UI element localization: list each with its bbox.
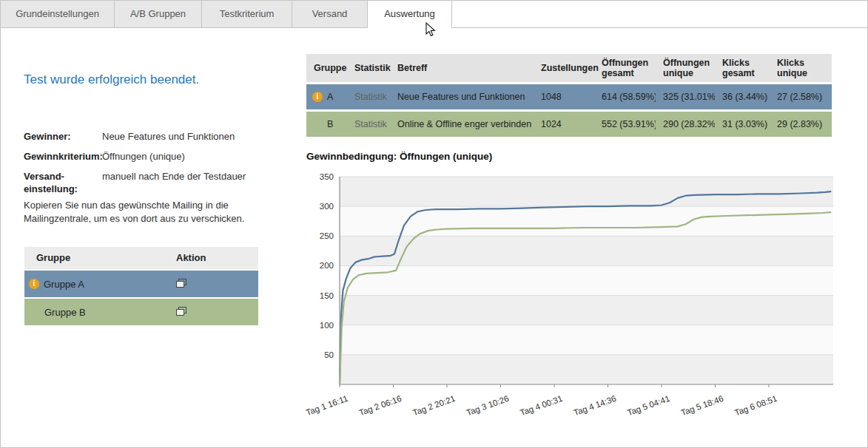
tab-auswertung[interactable]: Auswertung xyxy=(368,1,452,28)
svg-text:Tag 1 16:11: Tag 1 16:11 xyxy=(305,394,349,418)
tab-versand[interactable]: Versand xyxy=(292,1,368,27)
status-heading: Test wurde erfolgreich beendet. xyxy=(24,72,199,87)
svg-text:150: 150 xyxy=(320,291,334,300)
group-a-cell: i A xyxy=(306,92,347,102)
svg-text:200: 200 xyxy=(320,261,334,270)
header-gruppe: Gruppe xyxy=(306,59,347,77)
group-table: Gruppe Aktion i Gruppe A Gruppe B xyxy=(24,247,258,327)
betreff-b: Online & Offline enger verbinden xyxy=(390,119,534,129)
group-row-a[interactable]: i Gruppe A xyxy=(24,271,258,299)
klicks-gesamt-b: 31 (3.03%) xyxy=(715,119,770,129)
field-value-gewinner: Neue Features und Funktionen xyxy=(102,130,268,143)
group-a-letter: A xyxy=(327,92,333,102)
field-label-gewinner: Gewinner: xyxy=(24,130,102,143)
group-b-cell: B xyxy=(306,119,347,129)
tab-ab-gruppen[interactable]: A/B Gruppen xyxy=(115,1,202,27)
winner-icon: i xyxy=(29,279,39,289)
oeffnungen-gesamt-a: 614 (58.59%) xyxy=(594,92,656,102)
svg-text:300: 300 xyxy=(320,202,334,211)
field-label-versandeinstellung: Versand- einstellung: xyxy=(24,170,102,195)
svg-text:100: 100 xyxy=(320,321,334,330)
statistik-link-a[interactable]: Statistik xyxy=(347,92,390,102)
group-table-header: Gruppe Aktion xyxy=(24,247,258,271)
win-condition-chart: 50100150200250300350Tag 1 16:11Tag 2 06:… xyxy=(303,169,843,443)
statistik-link-b[interactable]: Statistik xyxy=(347,119,390,129)
header-zustellungen: Zustellungen xyxy=(534,59,594,77)
oeffnungen-unique-a: 325 (31.01%) xyxy=(656,92,715,102)
results-table: Gruppe Statistik Betreff Zustellungen Öf… xyxy=(306,54,832,137)
zustellungen-a: 1048 xyxy=(534,92,594,102)
field-value-gewinnkriterium: Öffnungen (unique) xyxy=(102,150,268,163)
group-a-label: Gruppe A xyxy=(44,279,84,290)
summary-fields: Gewinner: Neue Features und Funktionen G… xyxy=(24,130,268,195)
header-statistik: Statistik xyxy=(347,59,390,77)
group-b-letter: B xyxy=(327,119,333,129)
tab-grundeinstellungen[interactable]: Grundeinstellungen xyxy=(1,1,115,27)
header-klicks-unique: Klicks unique xyxy=(770,54,832,82)
svg-text:350: 350 xyxy=(320,172,334,181)
svg-text:50: 50 xyxy=(324,350,334,359)
group-column-header: Gruppe xyxy=(36,252,70,263)
ab-test-window: Grundeinstellungen A/B Gruppen Testkrite… xyxy=(0,0,868,448)
svg-text:Tag 2 20:21: Tag 2 20:21 xyxy=(411,394,457,418)
svg-text:Tag 5 04:41: Tag 5 04:41 xyxy=(626,394,671,418)
winner-icon: i xyxy=(312,92,323,102)
klicks-unique-a: 27 (2.58%) xyxy=(770,92,832,102)
svg-text:Tag 4 00:31: Tag 4 00:31 xyxy=(519,394,564,418)
svg-text:Tag 4 14:36: Tag 4 14:36 xyxy=(573,394,618,418)
chart-title: Gewinnbedingung: Öffnungen (unique) xyxy=(306,151,492,162)
group-b-label: Gruppe B xyxy=(44,307,86,318)
copy-mailing-button[interactable] xyxy=(176,307,186,319)
results-row-a: i A Statistik Neue Features und Funktion… xyxy=(306,84,832,109)
tab-testkriterium[interactable]: Testkriterium xyxy=(202,1,292,27)
results-row-b: B Statistik Online & Offline enger verbi… xyxy=(306,112,832,137)
betreff-a: Neue Features und Funktionen xyxy=(390,92,534,102)
aktion-column-header: Aktion xyxy=(176,252,206,263)
zustellungen-b: 1024 xyxy=(534,119,594,129)
oeffnungen-gesamt-b: 552 (53.91%) xyxy=(594,119,656,129)
field-label-gewinnkriterium: Gewinnkriterium: xyxy=(24,150,102,163)
field-value-versandeinstellung: manuell nach Ende der Testdauer xyxy=(102,170,268,195)
copy-mailing-button[interactable] xyxy=(176,279,186,291)
svg-text:Tag 5 18:46: Tag 5 18:46 xyxy=(680,394,725,418)
svg-text:Tag 2 06:16: Tag 2 06:16 xyxy=(358,394,403,418)
instruction-text: Kopieren Sie nun das gewünschte Mailing … xyxy=(24,199,262,225)
svg-text:Tag 6 08:51: Tag 6 08:51 xyxy=(733,394,778,418)
klicks-unique-b: 29 (2.83%) xyxy=(770,119,832,129)
results-table-header: Gruppe Statistik Betreff Zustellungen Öf… xyxy=(306,54,832,82)
svg-text:250: 250 xyxy=(320,231,334,240)
header-oeffnungen-unique: Öffnungen unique xyxy=(656,54,715,82)
header-betreff: Betreff xyxy=(390,59,534,77)
header-oeffnungen-gesamt: Öffnungen gesamt xyxy=(594,54,656,82)
klicks-gesamt-a: 36 (3.44%) xyxy=(715,92,770,102)
svg-text:Tag 3 10:26: Tag 3 10:26 xyxy=(465,394,511,418)
group-row-b[interactable]: Gruppe B xyxy=(24,299,258,327)
header-klicks-gesamt: Klicks gesamt xyxy=(715,54,770,82)
oeffnungen-unique-b: 290 (28.32%) xyxy=(656,119,715,129)
cursor-icon xyxy=(425,22,436,41)
